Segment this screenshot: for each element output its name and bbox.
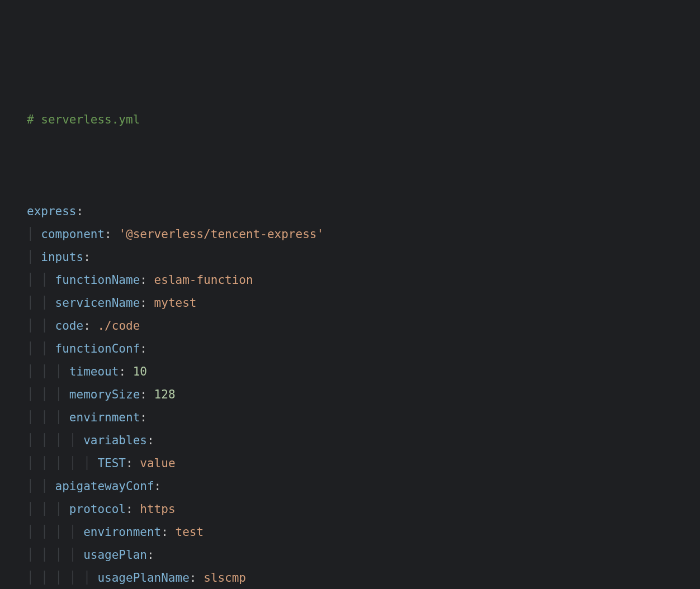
colon: :	[140, 296, 147, 310]
yaml-key: protocol	[69, 502, 126, 516]
yaml-value: value	[140, 457, 175, 470]
yaml-key: servicenName	[55, 296, 140, 310]
colon: :	[119, 365, 126, 378]
colon: :	[105, 227, 112, 241]
indent-guide: │	[27, 250, 41, 264]
yaml-key: express	[27, 205, 77, 218]
indent-guide: │ │ │	[27, 411, 69, 424]
code-line: │ │ │ timeout: 10	[27, 360, 673, 383]
colon: :	[147, 434, 154, 447]
indent-guide: │	[27, 227, 41, 241]
yaml-key: inputs	[41, 250, 83, 264]
code-comment-line: # serverless.yml	[27, 108, 673, 131]
yaml-value: ./code	[97, 319, 140, 332]
yaml-key: variables	[83, 434, 147, 447]
comment-text: # serverless.yml	[27, 113, 140, 126]
blank-line	[27, 154, 673, 177]
yaml-value: mytest	[154, 296, 197, 310]
indent-guide: │ │ │ │ │	[27, 457, 97, 470]
code-line: │ │ servicenName: mytest	[27, 292, 673, 315]
code-line: │ │ │ │ environment: test	[27, 521, 673, 544]
colon: :	[140, 342, 147, 355]
indent-guide: │ │ │ │	[27, 434, 83, 447]
code-line: express:	[27, 200, 673, 223]
colon: :	[83, 319, 91, 332]
indent-guide: │ │	[27, 479, 55, 493]
yaml-key: component	[41, 227, 105, 241]
colon: :	[190, 571, 197, 585]
yaml-key: code	[55, 319, 84, 332]
yaml-key: memorySize	[69, 388, 140, 401]
colon: :	[154, 479, 162, 493]
indent-guide: │ │ │ │	[27, 548, 83, 562]
yaml-key: usagePlan	[83, 548, 147, 562]
indent-guide: │ │ │	[27, 502, 69, 516]
indent-guide: │ │	[27, 319, 55, 332]
yaml-key: functionName	[55, 273, 140, 287]
indent-guide: │ │	[27, 342, 55, 355]
indent-guide: │ │	[27, 296, 55, 310]
yaml-key: usagePlanName	[97, 571, 189, 585]
code-line: │ │ │ │ │ TEST: value	[27, 452, 673, 475]
colon: :	[140, 273, 147, 287]
colon: :	[126, 502, 133, 516]
indent-guide: │ │ │	[27, 365, 69, 378]
yaml-key: apigatewayConf	[55, 479, 154, 493]
code-line: │ │ │ │ variables:	[27, 429, 673, 452]
yaml-key: TEST	[97, 457, 126, 470]
colon: :	[147, 548, 154, 562]
code-line: │ │ │ memorySize: 128	[27, 383, 673, 406]
yaml-value: 128	[154, 388, 176, 401]
code-line: │ inputs:	[27, 246, 673, 269]
code-line: │ │ functionConf:	[27, 338, 673, 360]
colon: :	[83, 250, 91, 264]
yaml-key: envirnment	[69, 411, 140, 424]
yaml-value: '@serverless/tencent-express'	[119, 227, 324, 241]
code-line: │ │ │ │ usagePlan:	[27, 544, 673, 567]
indent-guide: │ │ │ │ │	[27, 571, 97, 585]
colon: :	[126, 457, 133, 470]
yaml-value: https	[140, 502, 175, 516]
code-line: │ │ │ │ │ usagePlanName: slscmp	[27, 567, 673, 589]
code-line: │ │ code: ./code	[27, 315, 673, 338]
code-line: │ │ apigatewayConf:	[27, 475, 673, 498]
indent-guide: │ │ │ │	[27, 525, 83, 539]
code-line: │ component: '@serverless/tencent-expres…	[27, 223, 673, 246]
code-line: │ │ functionName: eslam-function	[27, 269, 673, 292]
yaml-key: functionConf	[55, 342, 140, 355]
colon: :	[140, 411, 147, 424]
colon: :	[161, 525, 168, 539]
yaml-value: test	[176, 525, 204, 539]
colon: :	[77, 205, 84, 218]
yaml-value: eslam-function	[154, 273, 253, 287]
yaml-value: slscmp	[204, 571, 246, 585]
indent-guide: │ │ │	[27, 388, 69, 401]
colon: :	[140, 388, 147, 401]
indent-guide: │ │	[27, 273, 55, 287]
code-block: express:│ component: '@serverless/tencen…	[27, 200, 673, 589]
yaml-key: timeout	[69, 365, 119, 378]
yaml-key: environment	[83, 525, 161, 539]
code-line: │ │ │ envirnment:	[27, 406, 673, 429]
yaml-value: 10	[133, 365, 147, 378]
code-line: │ │ │ protocol: https	[27, 498, 673, 521]
